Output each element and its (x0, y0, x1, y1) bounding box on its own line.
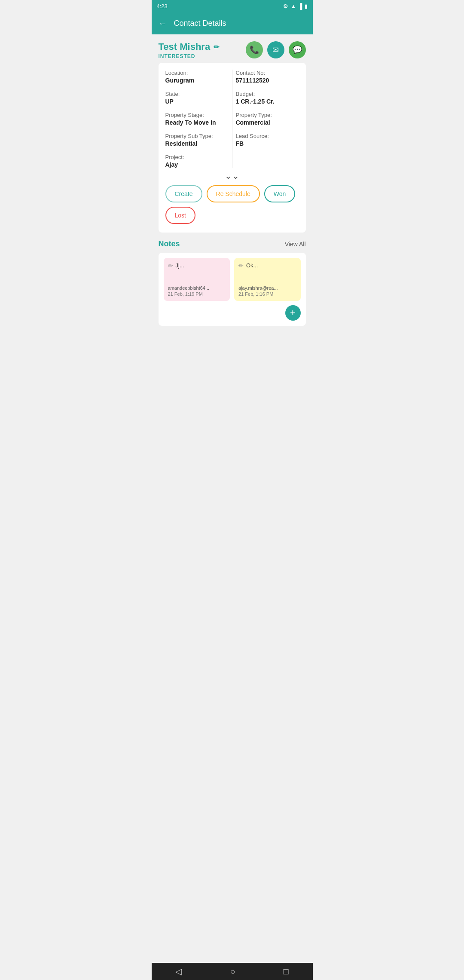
detail-property-stage: Property Stage: Ready To Move In (165, 112, 229, 126)
contact-name-text: Test Mishra (159, 41, 211, 52)
detail-location: Location: Gurugram (165, 70, 229, 84)
contact-header: Test Mishra ✏ INTERESTED 📞 ✉ 💬 (159, 41, 306, 59)
main-content: Test Mishra ✏ INTERESTED 📞 ✉ 💬 Location:… (152, 34, 313, 333)
contact-name-section: Test Mishra ✏ INTERESTED (159, 41, 220, 59)
whatsapp-button[interactable]: 💬 (289, 41, 306, 58)
detail-project: Project: Ajay (165, 154, 229, 168)
detail-state: State: UP (165, 91, 229, 105)
note-top-1: ✏ Ok... (238, 262, 296, 269)
note-bottom-0: amandeepbisht64... 21 Feb, 1:19 PM (168, 285, 226, 297)
notes-title: Notes (159, 239, 180, 248)
detail-property-type: Property Type: Commercial (236, 112, 299, 126)
note-bottom-1: ajay.mishra@rea... 21 Feb, 1:16 PM (238, 285, 296, 297)
view-all-link[interactable]: View All (285, 241, 306, 248)
note-text-1: Ok... (246, 262, 258, 269)
add-note-row: + (164, 305, 301, 321)
details-grid: Location: Gurugram State: UP Property St… (165, 70, 299, 168)
note-edit-icon-0[interactable]: ✏ (168, 262, 173, 269)
email-button[interactable]: ✉ (267, 41, 284, 58)
details-left-col: Location: Gurugram State: UP Property St… (165, 70, 232, 168)
note-time-1: 21 Feb, 1:16 PM (238, 291, 296, 297)
note-item-1: ✏ Ok... ajay.mishra@rea... 21 Feb, 1:16 … (234, 258, 301, 301)
reschedule-button[interactable]: Re Schedule (207, 185, 260, 202)
note-item-0: ✏ Jj... amandeepbisht64... 21 Feb, 1:19 … (164, 258, 230, 301)
notes-section: Notes View All ✏ Jj... amandeepbisht64..… (159, 239, 306, 326)
action-buttons-row: Create Re Schedule Won Lost (165, 182, 299, 226)
detail-lead-source: Lead Source: FB (236, 133, 299, 147)
notes-card: ✏ Jj... amandeepbisht64... 21 Feb, 1:19 … (159, 253, 306, 326)
contact-action-icons: 📞 ✉ 💬 (246, 41, 306, 58)
note-edit-icon-1[interactable]: ✏ (238, 262, 244, 269)
wifi-icon: ▲ (290, 3, 296, 9)
contact-status: INTERESTED (159, 53, 220, 59)
status-time: 4:23 (157, 3, 168, 9)
status-bar: 4:23 ⚙ ▲ ▐ ▮ (152, 0, 313, 12)
detail-budget: Budget: 1 CR.-1.25 Cr. (236, 91, 299, 105)
lost-button[interactable]: Lost (165, 207, 195, 224)
notes-grid: ✏ Jj... amandeepbisht64... 21 Feb, 1:19 … (164, 258, 301, 301)
detail-contact-no: Contact No: 5711112520 (236, 70, 299, 84)
won-button[interactable]: Won (264, 185, 296, 202)
settings-icon: ⚙ (283, 3, 288, 9)
call-button[interactable]: 📞 (246, 41, 263, 58)
contact-name-row: Test Mishra ✏ (159, 41, 220, 52)
note-time-0: 21 Feb, 1:19 PM (168, 291, 226, 297)
notes-header: Notes View All (159, 239, 306, 248)
create-button[interactable]: Create (165, 185, 202, 202)
detail-property-sub-type: Property Sub Type: Residential (165, 133, 229, 147)
signal-icon: ▐ (298, 3, 302, 9)
chevron-down-icon[interactable]: ⌄⌄ (225, 172, 239, 180)
back-button[interactable]: ← (159, 18, 167, 28)
details-right-col: Contact No: 5711112520 Budget: 1 CR.-1.2… (232, 70, 299, 168)
note-author-0: amandeepbisht64... (168, 285, 226, 291)
expand-section[interactable]: ⌄⌄ (165, 168, 299, 182)
details-card: Location: Gurugram State: UP Property St… (159, 63, 306, 233)
edit-contact-icon[interactable]: ✏ (214, 43, 219, 51)
note-top-0: ✏ Jj... (168, 262, 226, 269)
battery-icon: ▮ (305, 3, 308, 9)
note-author-1: ajay.mishra@rea... (238, 285, 296, 291)
note-text-0: Jj... (176, 262, 184, 269)
add-note-button[interactable]: + (285, 305, 301, 321)
app-bar-title: Contact Details (174, 19, 226, 28)
app-bar: ← Contact Details (152, 12, 313, 34)
